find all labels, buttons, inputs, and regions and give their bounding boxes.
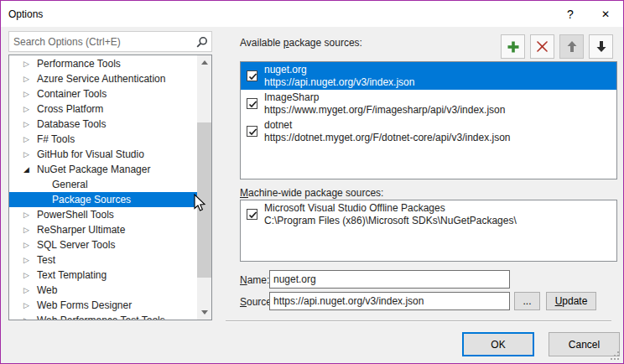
checkbox[interactable] <box>247 70 257 81</box>
expander-icon[interactable]: ▷ <box>23 60 37 68</box>
source-name: ImageSharp <box>264 91 319 103</box>
tree-scrollbar[interactable] <box>197 55 211 320</box>
tree-item-web-forms-designer[interactable]: ▷Web Forms Designer <box>9 298 197 313</box>
titlebar-buttons: ? ✕ <box>553 1 623 27</box>
machine-sources-label: Machine-wide package sources: <box>240 187 383 199</box>
source-url: https://api.nuget.org/v3/index.json <box>264 76 414 88</box>
expander-icon[interactable]: ▷ <box>23 90 37 98</box>
tree-item-database-tools[interactable]: ▷Database Tools <box>9 117 197 132</box>
available-sources-list: nuget.org https://api.nuget.org/v3/index… <box>240 61 617 179</box>
help-icon: ? <box>567 8 574 21</box>
tree-item-cross-platform[interactable]: ▷Cross Platform <box>9 101 197 117</box>
tree-item-general[interactable]: General <box>9 177 197 192</box>
source-url: https://www.myget.org/F/imagesharp/api/v… <box>264 104 505 116</box>
tree-item-nuget-package-manager[interactable]: ◢NuGet Package Manager <box>9 162 197 177</box>
name-label: Name: <box>240 274 269 286</box>
tree-rows: ▷Performance Tools ▷Azure Service Authen… <box>9 56 197 320</box>
tree-item-resharper-ultimate[interactable]: ▷ReSharper Ultimate <box>9 222 197 237</box>
footer-separator <box>226 320 611 322</box>
scrollbar-down-icon[interactable] <box>197 305 211 320</box>
expander-icon[interactable]: ◢ <box>23 165 37 174</box>
move-down-button[interactable] <box>589 34 613 59</box>
expander-icon[interactable]: ▷ <box>23 120 37 128</box>
source-name: nuget.org <box>264 64 307 75</box>
expander-icon[interactable]: ▷ <box>23 241 37 249</box>
source-field[interactable] <box>269 292 510 310</box>
expander-icon[interactable]: ▷ <box>23 316 37 320</box>
source-name: dotnet <box>264 119 292 131</box>
machine-sources-list: Microsoft Visual Studio Offline Packages… <box>240 200 617 262</box>
source-url: C:\Program Files (x86)\Microsoft SDKs\Nu… <box>264 215 517 226</box>
close-icon: ✕ <box>601 8 610 20</box>
cancel-button[interactable]: Cancel <box>549 332 620 356</box>
browse-button[interactable]: ... <box>514 292 540 310</box>
window-title: Options <box>8 8 43 20</box>
expander-icon[interactable]: ▷ <box>23 256 37 264</box>
source-row-nuget-org[interactable]: nuget.org https://api.nuget.org/v3/index… <box>241 62 616 90</box>
add-source-button[interactable] <box>501 34 525 59</box>
arrow-down-icon <box>595 40 607 53</box>
tree-item-sql-server-tools[interactable]: ▷SQL Server Tools <box>9 237 197 252</box>
tree-item-text-templating[interactable]: ▷Text Templating <box>9 268 197 283</box>
expander-icon[interactable]: ▷ <box>23 271 37 279</box>
remove-source-button[interactable] <box>530 34 554 59</box>
expander-icon[interactable]: ▷ <box>23 301 37 309</box>
tree-item-fsharp-tools[interactable]: ▷F# Tools <box>9 132 197 147</box>
scrollbar-up-icon[interactable] <box>197 55 211 70</box>
expander-icon[interactable]: ▷ <box>23 75 37 83</box>
tree-item-web-performance-test-tools[interactable]: ▷Web Performance Test Tools <box>9 313 197 320</box>
options-tree: ▷Performance Tools ▷Azure Service Authen… <box>8 55 212 320</box>
search-box <box>8 31 212 52</box>
expander-icon[interactable]: ▷ <box>23 105 37 113</box>
tree-item-powershell-tools[interactable]: ▷PowerShell Tools <box>9 207 197 222</box>
checkbox[interactable] <box>247 126 257 137</box>
expander-icon[interactable]: ▷ <box>23 286 37 294</box>
search-icon[interactable] <box>193 36 211 48</box>
checkbox[interactable] <box>247 209 257 220</box>
move-up-button[interactable] <box>559 34 584 59</box>
source-row-ms-offline-packages[interactable]: Microsoft Visual Studio Offline Packages… <box>241 200 616 228</box>
options-dialog: Options ? ✕ ▷Performance Tools ▷Azure Se… <box>0 0 624 364</box>
checkbox[interactable] <box>247 98 257 109</box>
source-row-dotnet[interactable]: dotnet https://dotnet.myget.org/F/dotnet… <box>241 117 616 145</box>
help-button[interactable]: ? <box>553 1 588 27</box>
titlebar: Options ? ✕ <box>1 1 623 27</box>
tree-item-github-for-visual-studio[interactable]: ▷GitHub for Visual Studio <box>9 147 197 162</box>
tree-item-test[interactable]: ▷Test <box>9 252 197 268</box>
tree-item-azure-service-authentication[interactable]: ▷Azure Service Authentication <box>9 71 197 86</box>
update-button[interactable]: Update <box>546 292 596 310</box>
source-row-imagesharp[interactable]: ImageSharp https://www.myget.org/F/image… <box>241 90 616 117</box>
name-field[interactable] <box>269 270 510 289</box>
ok-button[interactable]: OK <box>462 332 534 356</box>
delete-x-icon <box>536 40 549 53</box>
tree-item-package-sources[interactable]: Package Sources <box>9 192 197 207</box>
plus-icon <box>507 40 520 54</box>
resize-grip[interactable] <box>611 351 619 360</box>
tree-item-web[interactable]: ▷Web <box>9 283 197 298</box>
close-button[interactable]: ✕ <box>588 1 623 27</box>
arrow-up-icon <box>566 40 578 53</box>
expander-icon[interactable]: ▷ <box>23 150 37 159</box>
search-input[interactable] <box>9 32 193 51</box>
available-sources-label: Available package sources: <box>240 37 362 49</box>
scrollbar-thumb[interactable] <box>197 122 211 278</box>
source-url: https://dotnet.myget.org/F/dotnet-core/a… <box>264 132 511 143</box>
tree-item-container-tools[interactable]: ▷Container Tools <box>9 86 197 101</box>
expander-icon[interactable]: ▷ <box>23 226 37 234</box>
expander-icon[interactable]: ▷ <box>23 211 37 219</box>
tree-item-performance-tools[interactable]: ▷Performance Tools <box>9 56 197 71</box>
expander-icon[interactable]: ▷ <box>23 135 37 143</box>
source-name: Microsoft Visual Studio Offline Packages <box>264 202 445 214</box>
